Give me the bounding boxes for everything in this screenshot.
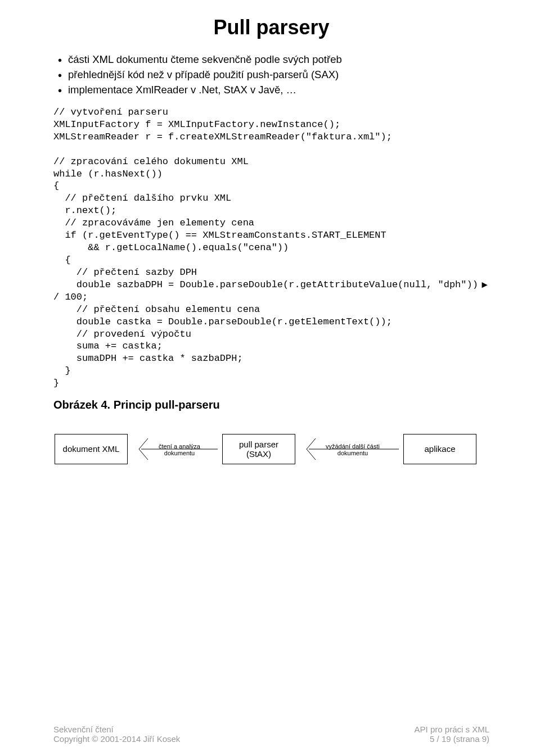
code-line: suma += castka;: [53, 341, 163, 351]
code-line: while (r.hasNext()): [53, 169, 163, 179]
arrow-label-line: vyžádání další části: [319, 443, 386, 450]
footer-section-name: Sekvenční čtení: [53, 725, 180, 734]
footer-left: Sekvenční čtení Copyright © 2001-2014 Ji…: [53, 725, 180, 744]
footer-doc-title: API pro práci s XML: [415, 725, 489, 734]
figure-title: Obrázek 4. Princip pull-parseru: [53, 399, 489, 411]
code-block: // vytvoření parseru XMLInputFactory f =…: [53, 106, 489, 390]
code-line: // zpracováváme jen elementy cena: [53, 218, 254, 228]
code-line: r.next();: [53, 205, 116, 216]
arrow-label: čtení a analýza dokumentu: [151, 443, 208, 456]
footer-right: API pro práci s XML 5 / 19 (strana 9): [415, 725, 489, 744]
diagram-box-label: (StAX): [246, 449, 271, 459]
bullet-item: přehlednější kód než v případě použití p…: [53, 68, 489, 82]
code-line: // vytvoření parseru: [53, 107, 168, 117]
diagram-box-application: aplikace: [403, 434, 476, 464]
code-line: }: [53, 378, 59, 388]
code-line: {: [53, 255, 71, 265]
page: Pull parsery části XML dokumentu čteme s…: [0, 0, 540, 756]
diagram-box-xml-document: dokument XML: [55, 434, 128, 464]
arrow-label: vyžádání další části dokumentu: [319, 443, 386, 456]
diagram: dokument XML čtení a analýza dokumentu p…: [55, 424, 489, 480]
code-line: }: [53, 365, 71, 376]
diagram-box-pull-parser: pull parser (StAX): [222, 434, 295, 464]
bullet-list: části XML dokumentu čteme sekvenčně podl…: [53, 53, 489, 97]
code-line: / 100;: [53, 292, 88, 302]
arrow-label-line: dokumentu: [151, 450, 208, 456]
footer-page-number: 5 / 19 (strana 9): [415, 734, 489, 744]
bullet-item: části XML dokumentu čteme sekvenčně podl…: [53, 53, 489, 67]
bullet-item: implementace XmlReader v .Net, StAX v Ja…: [53, 83, 489, 97]
code-line: XMLStreamReader r = f.createXMLStreamRea…: [53, 132, 392, 142]
code-line: double sazbaDPH = Double.parseDouble(r.g…: [53, 279, 478, 290]
code-line: // přečtení obsahu elementu cena: [53, 304, 260, 315]
diagram-box-label: aplikace: [424, 444, 455, 454]
diagram-box-label: dokument XML: [63, 444, 120, 454]
arrow-label-line: čtení a analýza: [151, 443, 208, 450]
page-footer: Sekvenční čtení Copyright © 2001-2014 Ji…: [53, 725, 489, 744]
code-line: // přečtení sazby DPH: [53, 267, 197, 278]
diagram-box-label: pull parser: [239, 440, 278, 449]
code-line: // přečtení dalšího prvku XML: [53, 193, 231, 203]
code-line: sumaDPH += castka * sazbaDPH;: [53, 353, 243, 364]
code-line: && r.getLocalName().equals("cena")): [53, 242, 289, 253]
code-line: double castka = Double.parseDouble(r.get…: [53, 316, 392, 327]
code-line: // provedení výpočtu: [53, 329, 191, 339]
continuation-marker-icon: ►: [480, 279, 489, 291]
arrow-label-line: dokumentu: [319, 450, 386, 456]
code-line: {: [53, 180, 59, 191]
page-title: Pull parsery: [53, 16, 489, 39]
code-line: // zpracování celého dokumentu XML: [53, 156, 249, 167]
code-line: if (r.getEventType() == XMLStreamConstan…: [53, 230, 386, 241]
code-line: XMLInputFactory f = XMLInputFactory.newI…: [53, 119, 340, 130]
footer-copyright: Copyright © 2001-2014 Jiří Kosek: [53, 734, 180, 744]
